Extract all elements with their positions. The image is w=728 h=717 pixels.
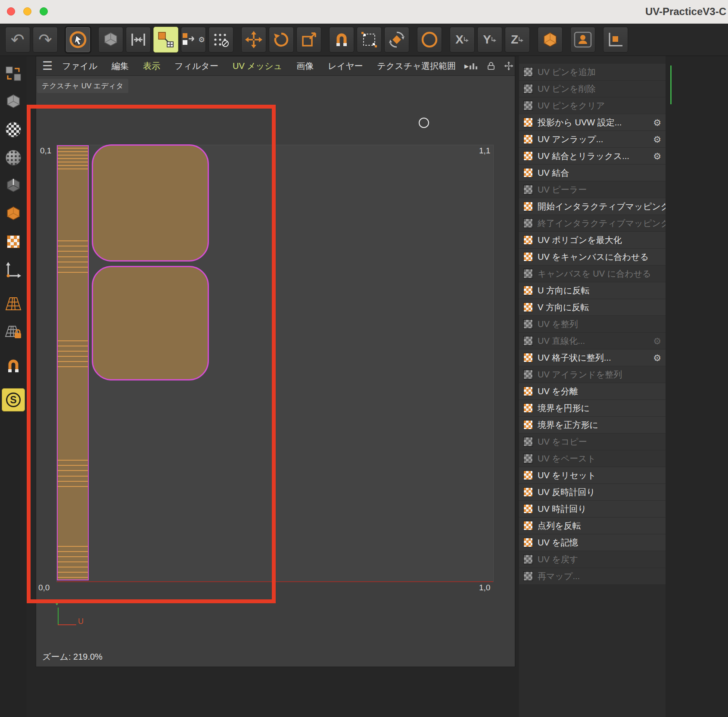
point-visibility-button[interactable] [208,27,233,53]
uv-command-19[interactable]: UV を分離 [519,383,666,399]
z-axis-lock[interactable]: Z [505,27,530,53]
rotate-tool[interactable] [269,27,294,53]
axis-corner-arrow-icon [464,37,469,43]
menu-item-3[interactable]: フィルター [174,60,218,72]
snap-tool[interactable] [329,27,354,53]
menu-item-2[interactable]: 表示 [143,60,160,72]
uv-transfer-button[interactable]: ⚙ [181,27,206,53]
uv-command-label: U 方向に反転 [538,285,589,296]
model-mode-button[interactable] [98,27,123,53]
mirror-tool-button[interactable] [126,27,151,53]
uv-command-label: UV を分離 [538,386,578,397]
uv-command-25[interactable]: UV 反時計回り [519,484,666,500]
edge-mode-button[interactable] [2,174,25,197]
gear-icon[interactable]: ⚙ [653,353,661,362]
fullscreen-button[interactable] [40,7,48,16]
uv-command-14[interactable]: V 方向に反転 [519,299,666,315]
uv-edit-mode-button[interactable] [153,27,178,53]
x-axis-lock[interactable]: X [450,27,475,53]
hamburger-menu-icon[interactable]: ☰ [42,60,53,72]
uv-align-icon [523,319,533,329]
scale-icon [301,31,317,48]
uv-command-10[interactable]: UV ポリゴンを最大化 [519,232,666,248]
close-button[interactable] [7,7,15,16]
texture-view-button[interactable] [570,27,595,53]
remap-icon [523,571,533,581]
editor-tab[interactable]: テクスチャ UV エディタ [37,79,128,93]
workplane-button[interactable] [603,27,628,53]
uv-command-13[interactable]: U 方向に反転 [519,282,666,299]
uv-command-12: キャンバスを UV に合わせる [519,265,666,282]
pin-delete-icon [523,84,533,94]
menu-item-4[interactable]: UV メッシュ [233,60,282,72]
uv-command-24[interactable]: UV をリセット [519,467,666,483]
menu-item-1[interactable]: 編集 [112,60,129,72]
uv-command-17[interactable]: UV 格子状に整列...⚙ [519,349,666,366]
menu-item-5[interactable]: 画像 [296,60,314,72]
uv-command-21[interactable]: 境界を正方形に [519,417,666,433]
toolbar-group: ⚙ [98,27,233,53]
uv-command-6[interactable]: UV 結合 [519,165,666,181]
fit-uv-to-canvas-icon [523,252,533,262]
texture-sphere-button[interactable] [2,118,25,141]
uv-command-26[interactable]: UV 時計回り [519,501,666,517]
object-axis-button[interactable] [2,258,25,281]
lock-icon[interactable] [487,61,495,71]
live-selection-tool[interactable] [65,27,90,53]
uv-weld-icon [523,168,533,178]
move-tool[interactable] [241,27,266,53]
circle-select-tool[interactable] [417,27,442,53]
uv-point-mode-button[interactable] [2,320,25,343]
uv-command-30: 再マップ... [519,568,666,584]
uv-edit-icon [157,31,175,49]
move-icon [245,31,263,49]
minimize-button[interactable] [23,7,31,16]
uv-command-20[interactable]: 境界を円形に [519,400,666,416]
coord-system-button[interactable] [538,27,563,53]
menu-item-0[interactable]: ファイル [62,60,97,72]
menu-item-6[interactable]: レイヤー [328,60,363,72]
flip-v-icon [523,302,533,312]
undo-button[interactable]: ↶ [5,27,30,53]
menu-overflow-arrow-icon[interactable]: ▶ [464,63,469,69]
scale-tool[interactable] [296,27,321,53]
make-editable-button[interactable] [2,62,25,85]
uv-grid-lock-icon [4,324,22,340]
gear-icon[interactable]: ⚙ [653,152,661,161]
rotate-snap-tool[interactable] [384,27,409,53]
interactive-mapping-end-icon [523,218,533,228]
uv-command-23: UV をペースト [519,450,666,467]
gear-icon[interactable]: ⚙ [653,135,661,144]
model-mode-side-button[interactable] [2,90,25,113]
sculpt-mode-button[interactable]: S [2,388,25,411]
uv-command-label: UV をコピー [538,436,587,448]
point-mode-button[interactable] [2,146,25,169]
pan-icon[interactable] [504,61,513,71]
uv-command-28[interactable]: UV を記憶 [519,534,666,551]
uv-command-3[interactable]: 投影から UVW 設定...⚙ [519,114,666,131]
gear-icon[interactable]: ⚙ [653,118,661,127]
uv-command-label: UV をキャンバスに合わせる [538,251,649,263]
uv-command-27[interactable]: 点列を反転 [519,517,666,534]
redo-button[interactable]: ↷ [33,27,58,53]
rect-select-tool[interactable] [357,27,382,53]
uv-command-8[interactable]: 開始インタラクティブマッピング [519,198,666,215]
uv-command-4[interactable]: UV アンラップ...⚙ [519,131,666,147]
uv-command-9: 終了インタラクティブマッピング [519,215,666,231]
toolbar-group [329,27,409,53]
axis-z-icon: Z [511,34,518,46]
uv-polygon-mode-button[interactable] [2,292,25,315]
menu-item-7[interactable]: テクスチャ選択範囲 [377,60,456,72]
snap-mode-button[interactable] [2,354,25,377]
axis-x-icon: X [455,34,464,46]
uv-straighten-icon [523,336,533,346]
gray-cube-icon [5,94,22,110]
polygon-mode-button[interactable] [2,202,25,225]
y-axis-lock[interactable]: Y [477,27,502,53]
uv-command-label: UV ポリゴンを最大化 [538,234,622,246]
uv-command-11[interactable]: UV をキャンバスに合わせる [519,249,666,265]
histogram-icon[interactable] [469,62,478,70]
texture-mode-button[interactable] [2,230,25,253]
uv-command-5[interactable]: UV 結合とリラックス...⚙ [519,148,666,164]
uv-command-label: 投影から UVW 設定... [538,117,622,128]
